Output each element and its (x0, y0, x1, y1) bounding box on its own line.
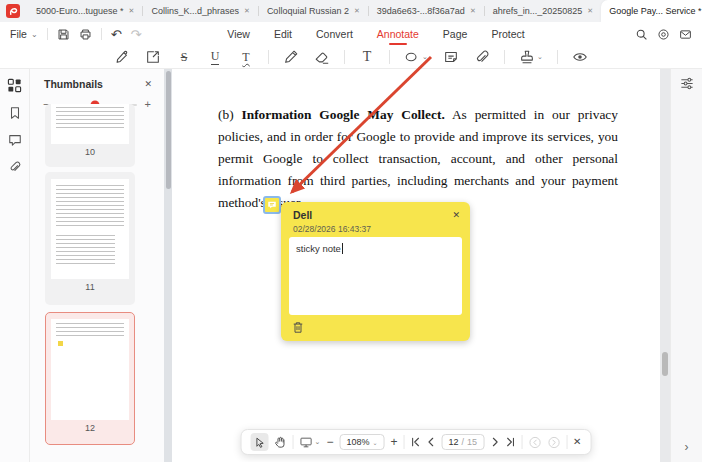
page-11-number: 11 (45, 279, 135, 297)
attachment-panel-icon[interactable] (8, 160, 22, 174)
tab-6-label: Google Pay... Service * (609, 6, 701, 16)
divider (521, 435, 522, 449)
sticky-note-popup: Dell ✕ 02/28/2026 16:43:37 sticky note (281, 202, 470, 341)
mail-icon[interactable] (679, 28, 692, 41)
zoom-level-value: 108% (346, 437, 369, 447)
thumbnail-page-11[interactable]: 11 (45, 172, 135, 305)
tab-5-label: ahrefs_in..._20250825 (493, 6, 583, 16)
note-delete-icon[interactable] (292, 321, 304, 334)
document-scrollbar[interactable] (660, 69, 670, 462)
tab-5[interactable]: ahrefs_in..._20250825 ✕ (485, 0, 601, 22)
first-page-button[interactable] (411, 437, 421, 447)
menu-page[interactable]: Page (443, 22, 468, 46)
view-forward-button-disabled[interactable] (547, 436, 560, 449)
paragraph-bold-lead: Information Google May Collect. (242, 107, 445, 122)
tab-2[interactable]: Collins_K...d_phrases ✕ (143, 0, 257, 22)
shapes-tool-icon[interactable]: ⌄ (403, 48, 429, 66)
divider (344, 50, 345, 64)
close-toolbar-button[interactable]: ✕ (573, 437, 581, 447)
chevron-down-icon: ⌄ (537, 53, 543, 61)
select-tool-button[interactable] (251, 433, 269, 451)
underline-tool-icon[interactable]: U (206, 48, 224, 66)
menubar-right (635, 22, 692, 46)
tab-2-label: Collins_K...d_phrases (151, 6, 239, 16)
tab-1[interactable]: 5000-Euro...tuguese * ✕ (28, 0, 142, 22)
sticky-note-header: Dell ✕ (281, 202, 470, 221)
tab-5-close-icon[interactable]: ✕ (587, 7, 593, 15)
panel-close-icon[interactable]: ✕ (144, 79, 152, 89)
search-icon[interactable] (635, 28, 648, 41)
note-text-input[interactable]: sticky note (289, 237, 462, 315)
properties-panel-icon[interactable] (679, 76, 694, 91)
note-close-icon[interactable]: ✕ (452, 210, 460, 220)
panel-scrollbar[interactable] (164, 69, 172, 462)
zoom-out-button[interactable]: − (326, 436, 333, 448)
area-highlight-tool-icon[interactable] (144, 48, 162, 66)
strikethrough-tool-icon[interactable]: S (175, 48, 193, 66)
pencil-tool-icon[interactable] (282, 48, 300, 66)
stamp-tool-icon[interactable]: ⌄ (518, 48, 544, 66)
thumbnail-page-12-selected[interactable]: 12 (45, 312, 135, 445)
tab-3[interactable]: Colloquial Russian 2 ✕ (259, 0, 368, 22)
menu-annotate-active[interactable]: Annotate (377, 22, 419, 46)
tab-4[interactable]: 39da6e63-...8f36a7ad ✕ (369, 0, 484, 22)
eraser-tool-icon[interactable] (313, 48, 331, 66)
total-pages-value: 15 (467, 437, 477, 447)
view-back-button-disabled[interactable] (528, 436, 541, 449)
squiggly-underline-tool-icon[interactable]: T (237, 48, 255, 66)
divider (504, 50, 505, 64)
left-sidebar-rail (0, 69, 30, 462)
sticky-note-anchor-icon[interactable] (263, 196, 281, 214)
hand-tool-button[interactable] (275, 436, 287, 448)
menu-convert[interactable]: Convert (316, 22, 353, 46)
attachment-tool-icon[interactable] (473, 48, 491, 66)
menu-edit[interactable]: Edit (274, 22, 292, 46)
sticky-note-tool-icon[interactable] (442, 48, 460, 66)
previous-page-button[interactable] (427, 437, 436, 447)
menu-protect[interactable]: Protect (491, 22, 524, 46)
divider (404, 435, 405, 449)
zoom-level-select[interactable]: 108% ⌄ (339, 434, 384, 450)
highlight-tool-icon[interactable] (113, 48, 131, 66)
tab-4-close-icon[interactable]: ✕ (470, 7, 476, 15)
chevron-down-icon: ⌄ (422, 53, 428, 61)
slider-plus-button[interactable]: + (145, 99, 151, 110)
thumbnails-panel-icon[interactable] (7, 78, 22, 93)
bookmark-panel-icon[interactable] (8, 106, 22, 120)
tab-1-close-icon[interactable]: ✕ (129, 7, 135, 15)
document-scrollbar-thumb[interactable] (662, 352, 668, 376)
last-page-button[interactable] (505, 437, 515, 447)
chevron-down-icon: ⌄ (372, 439, 377, 446)
viewer-bottom-toolbar: ⌄ − 108% ⌄ + 12 / 15 (241, 429, 592, 455)
divider (389, 50, 390, 64)
panel-scrollbar-thumb[interactable] (166, 71, 171, 189)
page-12-number: 12 (46, 420, 134, 438)
page-10-number: 10 (45, 144, 135, 162)
panel-title: Thumbnails (44, 78, 103, 90)
menu-view[interactable]: View (227, 22, 250, 46)
collapse-panel-chevron-icon[interactable]: › (685, 440, 689, 454)
tab-1-label: 5000-Euro...tuguese * (36, 6, 124, 16)
thumbnail-page-10[interactable]: 10 (45, 104, 135, 167)
tab-3-label: Colloquial Russian 2 (267, 6, 349, 16)
annotation-toolbar: S U T T ⌄ ⌄ (0, 46, 702, 69)
menu-bar: File ⌄ ↶ ↷ View Edit Convert Annotate Pa… (0, 22, 702, 46)
reading-mode-button[interactable]: ⌄ (300, 437, 321, 448)
next-page-button[interactable] (490, 437, 499, 447)
tab-6-active[interactable]: Google Pay... Service * ✕ (601, 0, 702, 22)
text-comment-tool-icon[interactable]: T (358, 48, 376, 66)
screenshot-icon[interactable] (657, 28, 670, 41)
note-text-value: sticky note (296, 243, 341, 254)
page-number-input[interactable]: 12 / 15 (442, 434, 485, 450)
divider (293, 435, 294, 449)
tab-bar: 5000-Euro...tuguese * ✕ Collins_K...d_ph… (0, 0, 702, 22)
app-logo-icon (6, 4, 20, 18)
tab-2-close-icon[interactable]: ✕ (244, 7, 250, 15)
document-page: (b) Information Google May Collect. As p… (172, 69, 660, 462)
tab-3-close-icon[interactable]: ✕ (354, 7, 360, 15)
comment-panel-icon[interactable] (8, 133, 22, 147)
zoom-in-button[interactable]: + (391, 436, 398, 448)
note-author: Dell (293, 209, 312, 221)
page-separator: / (462, 437, 465, 447)
preview-eye-icon[interactable] (571, 48, 589, 66)
